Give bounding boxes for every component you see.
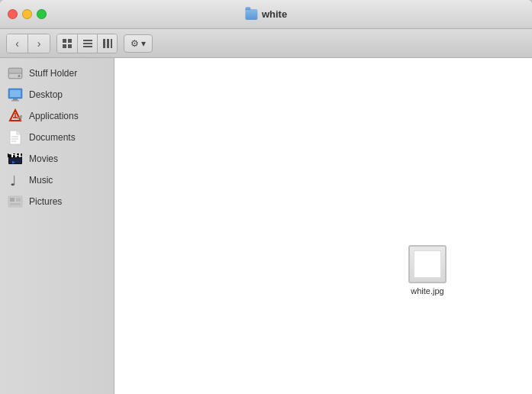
- window-title-area: white: [245, 8, 287, 20]
- file-name: white.jpg: [411, 286, 443, 296]
- dropdown-arrow-icon: ▾: [141, 38, 146, 49]
- list-view-icon: [82, 38, 93, 49]
- sidebar: Stuff Holder Desktop: [0, 58, 114, 394]
- documents-icon: [8, 130, 23, 145]
- svg-text:♩: ♩: [10, 173, 16, 188]
- svg-line-22: [21, 115, 21, 121]
- toolbar: ‹ ›: [0, 29, 532, 58]
- view-buttons: [56, 34, 118, 53]
- column-view-icon: [102, 38, 113, 49]
- svg-rect-7: [103, 39, 105, 48]
- desktop-icon: [8, 87, 23, 102]
- svg-text:▶: ▶: [12, 160, 15, 164]
- sidebar-item-label: Pictures: [29, 196, 62, 207]
- gear-icon: ⚙: [131, 38, 139, 49]
- svg-rect-41: [10, 198, 15, 202]
- pictures-icon: [8, 194, 23, 209]
- nav-buttons: ‹ ›: [6, 34, 50, 53]
- svg-rect-1: [68, 39, 72, 43]
- finder-window: white ‹ ›: [0, 0, 532, 394]
- sidebar-item-label: Desktop: [29, 89, 63, 100]
- svg-rect-16: [13, 98, 18, 100]
- sidebar-item-desktop[interactable]: Desktop: [0, 84, 114, 105]
- maximize-button[interactable]: [37, 9, 47, 19]
- column-view-button[interactable]: [97, 34, 117, 53]
- folder-icon: [245, 9, 257, 20]
- movies-icon: ▶: [8, 151, 23, 166]
- svg-rect-8: [107, 39, 109, 48]
- title-bar: white: [0, 0, 532, 29]
- minimize-button[interactable]: [22, 9, 32, 19]
- svg-rect-6: [83, 46, 92, 47]
- sidebar-item-label: Movies: [29, 153, 58, 164]
- file-area[interactable]: white.jpg: [114, 58, 532, 394]
- music-icon: ♩: [8, 173, 23, 188]
- applications-icon: [8, 108, 23, 124]
- svg-rect-0: [63, 39, 66, 43]
- action-button[interactable]: ⚙ ▾: [124, 34, 153, 53]
- sidebar-item-stuff-holder[interactable]: Stuff Holder: [0, 63, 114, 84]
- svg-rect-34: [19, 153, 21, 157]
- back-button[interactable]: ‹: [7, 34, 28, 53]
- svg-rect-5: [83, 43, 92, 44]
- sidebar-item-applications[interactable]: Applications: [0, 105, 114, 127]
- icon-view-button[interactable]: [57, 34, 77, 53]
- sidebar-item-label: Applications: [29, 111, 79, 121]
- close-button[interactable]: [8, 9, 18, 19]
- svg-rect-3: [68, 44, 72, 48]
- svg-rect-43: [10, 203, 21, 205]
- svg-rect-15: [10, 90, 21, 97]
- file-thumbnail: [408, 245, 447, 283]
- file-thumbnail-inner: [414, 250, 441, 278]
- hdd-icon: [8, 66, 23, 81]
- svg-rect-2: [63, 44, 66, 48]
- window-title: white: [262, 8, 287, 20]
- svg-rect-17: [11, 100, 19, 102]
- svg-rect-4: [83, 40, 92, 41]
- svg-point-12: [18, 75, 21, 77]
- svg-rect-42: [16, 198, 21, 202]
- file-item-white-jpg[interactable]: white.jpg: [408, 245, 447, 296]
- list-view-button[interactable]: [77, 34, 97, 53]
- sidebar-item-label: Music: [29, 175, 53, 186]
- sidebar-item-music[interactable]: ♩ Music: [0, 170, 114, 191]
- svg-rect-31: [13, 153, 15, 157]
- sidebar-item-pictures[interactable]: Pictures: [0, 191, 114, 212]
- svg-rect-37: [9, 158, 21, 163]
- icon-view-icon: [62, 38, 73, 49]
- sidebar-item-label: Documents: [29, 132, 76, 143]
- svg-rect-9: [111, 39, 112, 48]
- sidebar-item-documents[interactable]: Documents: [0, 127, 114, 148]
- sidebar-item-label: Stuff Holder: [29, 68, 77, 79]
- content-area: Stuff Holder Desktop: [0, 58, 532, 394]
- forward-button[interactable]: ›: [28, 34, 50, 53]
- sidebar-item-movies[interactable]: ▶ Movies: [0, 148, 114, 170]
- traffic-lights: [8, 9, 47, 19]
- svg-rect-13: [9, 69, 21, 73]
